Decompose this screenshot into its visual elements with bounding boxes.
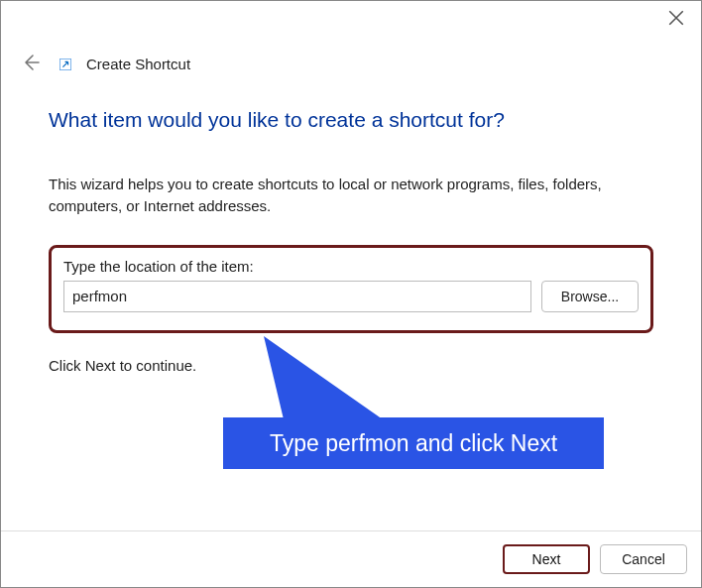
next-button[interactable]: Next [503, 544, 590, 574]
shortcut-icon [58, 58, 72, 71]
location-label: Type the location of the item: [63, 258, 639, 275]
wizard-content: What item would you like to create a sho… [49, 108, 653, 374]
annotation-callout: Type perfmon and click Next [223, 417, 604, 469]
close-icon[interactable] [667, 9, 685, 27]
location-highlight-box: Type the location of the item: Browse... [49, 245, 653, 333]
browse-button[interactable]: Browse... [541, 281, 639, 312]
location-row: Browse... [63, 281, 639, 312]
wizard-description: This wizard helps you to create shortcut… [49, 174, 653, 217]
back-arrow-icon[interactable] [17, 49, 45, 79]
location-input[interactable] [63, 281, 531, 312]
wizard-heading: What item would you like to create a sho… [49, 108, 653, 132]
titlebar [1, 1, 701, 37]
wizard-title: Create Shortcut [86, 56, 190, 72]
wizard-header: Create Shortcut [17, 49, 685, 79]
annotation-text: Type perfmon and click Next [270, 430, 557, 457]
continue-hint: Click Next to continue. [49, 357, 653, 374]
cancel-button[interactable]: Cancel [600, 544, 687, 574]
wizard-footer: Next Cancel [1, 531, 701, 587]
